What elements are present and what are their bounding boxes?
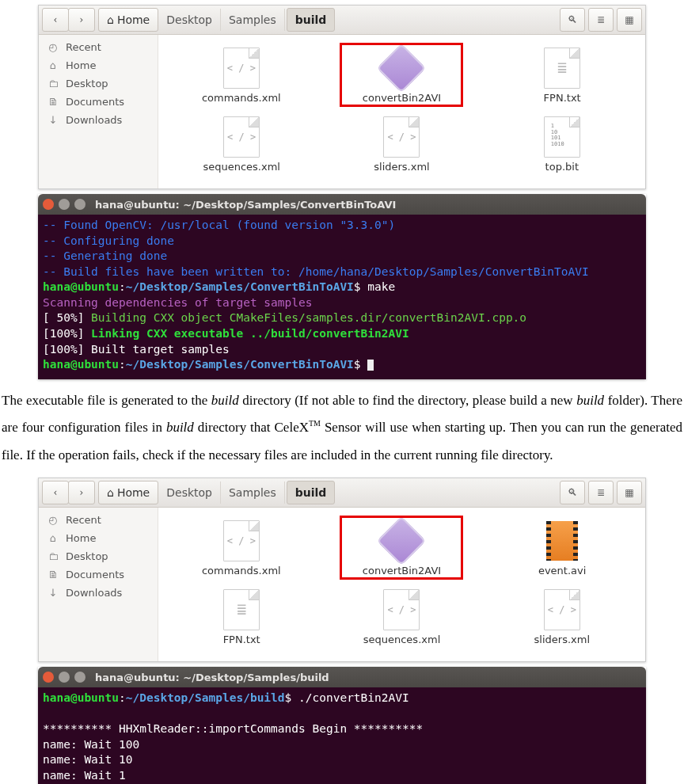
fm-toolbar: ‹ › ⌂ Home Desktop Samples build 🔍︎ ≣ ▦ xyxy=(39,6,645,35)
clock-icon: ◴ xyxy=(47,514,59,526)
home-label: Home xyxy=(117,486,150,499)
xml-icon xyxy=(223,116,260,158)
file-item-sequences-xml[interactable]: sequences.xml xyxy=(180,112,302,176)
download-icon: ↓ xyxy=(47,114,59,126)
terminal-output[interactable]: -- Found OpenCV: /usr/local (found versi… xyxy=(38,215,646,379)
crumb-desktop[interactable]: Desktop xyxy=(158,481,221,504)
crumb-samples[interactable]: Samples xyxy=(221,9,285,31)
fm-content: commands.xml convertBin2AVI event.avi FP… xyxy=(158,508,645,661)
minimize-icon[interactable] xyxy=(59,672,70,683)
crumb-desktop[interactable]: Desktop xyxy=(158,9,221,31)
home-icon: ⌂ xyxy=(107,13,114,26)
xml-icon xyxy=(544,589,580,630)
xml-icon xyxy=(223,48,260,89)
download-icon: ↓ xyxy=(47,587,59,599)
crumb-samples[interactable]: Samples xyxy=(221,481,285,504)
terminal-title: hana@ubuntu: ~/Desktop/Samples/build xyxy=(95,672,329,683)
file-manager-bottom: ‹ › ⌂ Home Desktop Samples build 🔍︎ ≣ ▦ … xyxy=(38,478,646,662)
txt-icon xyxy=(223,589,260,630)
home-crumb[interactable]: ⌂ Home xyxy=(98,481,158,504)
back-button[interactable]: ‹ xyxy=(42,481,69,504)
sidebar-item-desktop[interactable]: 🗀︎Desktop xyxy=(39,547,158,565)
fm-content: commands.xml convertBin2AVI FPN.txt sequ… xyxy=(158,35,645,188)
close-icon[interactable] xyxy=(43,199,54,210)
close-icon[interactable] xyxy=(43,672,54,683)
file-item-event-avi[interactable]: event.avi xyxy=(501,516,623,580)
home-icon: ⌂ xyxy=(47,532,59,544)
back-button[interactable]: ‹ xyxy=(42,8,69,32)
sidebar-item-documents[interactable]: 🗎︎Documents xyxy=(39,93,158,111)
xml-icon xyxy=(223,520,260,561)
forward-button[interactable]: › xyxy=(68,8,95,32)
file-row: sequences.xml sliders.xml top.bit xyxy=(162,112,642,176)
search-button[interactable]: 🔍︎ xyxy=(560,481,585,504)
grid-view-button[interactable]: ▦ xyxy=(617,481,642,504)
xml-icon xyxy=(383,116,420,158)
list-view-button[interactable]: ≣ xyxy=(588,8,614,32)
fm-body: ◴Recent ⌂Home 🗀︎Desktop 🗎︎Documents ↓Dow… xyxy=(39,35,645,188)
terminal-output[interactable]: hana@ubuntu:~/Desktop/Samples/build$ ./c… xyxy=(38,687,646,784)
file-item-convertbin2avi[interactable]: convertBin2AVI xyxy=(340,516,463,580)
file-item-sliders-xml[interactable]: sliders.xml xyxy=(340,112,462,176)
home-icon: ⌂ xyxy=(107,486,114,499)
fm-toolbar: ‹ › ⌂ Home Desktop Samples build 🔍︎ ≣ ▦ xyxy=(39,478,645,508)
fm-sidebar: ◴Recent ⌂Home 🗀︎Desktop 🗎︎Documents ↓Dow… xyxy=(39,508,158,661)
terminal-top: hana@ubuntu: ~/Desktop/Samples/ConvertBi… xyxy=(38,194,646,379)
file-item-top-bit[interactable]: top.bit xyxy=(501,112,623,176)
sidebar-item-documents[interactable]: 🗎︎Documents xyxy=(39,565,158,584)
document-paragraph: The executable file is generated to the … xyxy=(0,387,684,470)
video-icon xyxy=(546,521,578,561)
executable-icon xyxy=(377,516,426,565)
file-item-sequences-xml[interactable]: sequences.xml xyxy=(340,584,462,649)
file-item-fpn-txt[interactable]: FPN.txt xyxy=(180,584,302,649)
file-item-commands-xml[interactable]: commands.xml xyxy=(180,43,302,107)
grid-view-button[interactable]: ▦ xyxy=(617,8,642,32)
terminal-titlebar: hana@ubuntu: ~/Desktop/Samples/ConvertBi… xyxy=(38,194,646,215)
terminal-bottom: hana@ubuntu: ~/Desktop/Samples/build han… xyxy=(38,667,646,784)
search-button[interactable]: 🔍︎ xyxy=(560,8,585,32)
home-label: Home xyxy=(117,13,150,26)
maximize-icon[interactable] xyxy=(74,199,86,210)
maximize-icon[interactable] xyxy=(74,672,86,683)
sidebar-item-downloads[interactable]: ↓Downloads xyxy=(39,584,158,602)
sidebar-item-downloads[interactable]: ↓Downloads xyxy=(39,111,158,129)
file-manager-top: ‹ › ⌂ Home Desktop Samples build 🔍︎ ≣ ▦ … xyxy=(38,5,646,189)
binary-icon xyxy=(544,116,580,158)
forward-button[interactable]: › xyxy=(68,481,95,504)
executable-icon xyxy=(377,44,426,93)
minimize-icon[interactable] xyxy=(59,199,70,210)
folder-icon: 🗀︎ xyxy=(47,550,59,562)
file-row: commands.xml convertBin2AVI FPN.txt xyxy=(162,43,642,107)
clock-icon: ◴ xyxy=(47,41,59,53)
file-item-fpn-txt[interactable]: FPN.txt xyxy=(501,43,623,107)
fm-body: ◴Recent ⌂Home 🗀︎Desktop 🗎︎Documents ↓Dow… xyxy=(39,508,645,661)
file-row: commands.xml convertBin2AVI event.avi xyxy=(162,516,642,580)
list-view-button[interactable]: ≣ xyxy=(588,481,614,504)
cursor-icon xyxy=(367,360,374,371)
sidebar-item-recent[interactable]: ◴Recent xyxy=(39,38,158,56)
sidebar-item-home[interactable]: ⌂Home xyxy=(39,56,158,74)
txt-icon xyxy=(544,48,580,89)
terminal-titlebar: hana@ubuntu: ~/Desktop/Samples/build xyxy=(38,667,646,687)
xml-icon xyxy=(383,589,420,630)
sidebar-item-home[interactable]: ⌂Home xyxy=(39,529,158,547)
crumb-build[interactable]: build xyxy=(287,481,336,504)
doc-icon: 🗎︎ xyxy=(47,569,59,580)
file-item-commands-xml[interactable]: commands.xml xyxy=(180,516,302,580)
sidebar-item-desktop[interactable]: 🗀︎Desktop xyxy=(39,74,158,93)
terminal-title: hana@ubuntu: ~/Desktop/Samples/ConvertBi… xyxy=(95,199,396,211)
home-icon: ⌂ xyxy=(47,59,59,71)
file-item-convertbin2avi[interactable]: convertBin2AVI xyxy=(340,43,463,107)
sidebar-item-recent[interactable]: ◴Recent xyxy=(39,511,158,529)
file-item-sliders-xml[interactable]: sliders.xml xyxy=(501,584,623,649)
file-row: FPN.txt sequences.xml sliders.xml xyxy=(162,584,642,649)
crumb-build[interactable]: build xyxy=(287,8,336,32)
fm-sidebar: ◴Recent ⌂Home 🗀︎Desktop 🗎︎Documents ↓Dow… xyxy=(39,35,158,188)
home-crumb[interactable]: ⌂ Home xyxy=(98,8,158,32)
doc-icon: 🗎︎ xyxy=(47,96,59,108)
folder-icon: 🗀︎ xyxy=(47,78,59,89)
